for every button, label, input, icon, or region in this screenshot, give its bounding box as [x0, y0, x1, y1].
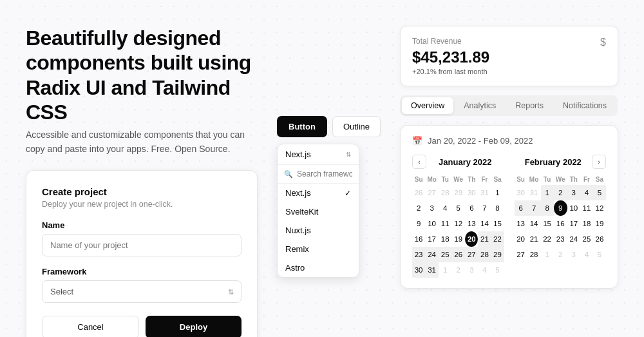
solid-button[interactable]: Button — [277, 116, 327, 137]
calendar-day[interactable]: 16 — [412, 231, 425, 247]
calendar-day[interactable]: 31 — [478, 185, 491, 200]
project-name-input[interactable] — [42, 234, 242, 256]
calendar-day[interactable]: 14 — [527, 216, 541, 231]
calendar-day[interactable]: 19 — [451, 231, 465, 247]
calendar-day[interactable]: 31 — [425, 262, 439, 278]
col-header-fr: Fr — [580, 174, 593, 185]
calendar-day[interactable]: 4 — [439, 200, 451, 216]
dropdown-item-remix[interactable]: Remix — [278, 240, 359, 258]
calendar-day[interactable]: 22 — [541, 231, 554, 247]
calendar-day[interactable]: 13 — [515, 216, 527, 231]
calendar-day[interactable]: 16 — [554, 216, 567, 231]
calendar-day[interactable]: 27 — [425, 185, 439, 200]
deploy-button[interactable]: Deploy — [146, 316, 242, 337]
calendar-day[interactable]: 12 — [451, 216, 465, 231]
calendar-day[interactable]: 6 — [515, 200, 527, 216]
calendar-day[interactable]: 17 — [567, 216, 580, 231]
framework-search-input[interactable] — [297, 169, 352, 178]
calendar-day[interactable]: 26 — [412, 185, 425, 200]
calendar-day[interactable]: 23 — [412, 247, 425, 262]
calendar-day[interactable]: 29 — [491, 247, 504, 262]
calendar-day[interactable]: 13 — [465, 216, 478, 231]
calendar-day[interactable]: 28 — [439, 185, 451, 200]
calendar-day[interactable]: 26 — [451, 247, 465, 262]
calendar-day[interactable]: 4 — [580, 185, 593, 200]
calendar-day[interactable]: 11 — [580, 200, 593, 216]
calendar-day[interactable]: 12 — [593, 200, 606, 216]
calendar-day[interactable]: 10 — [567, 200, 580, 216]
calendar-day[interactable]: 5 — [451, 200, 465, 216]
tab-reports[interactable]: Reports — [506, 97, 553, 114]
calendar-day[interactable]: 15 — [491, 216, 504, 231]
tab-overview[interactable]: Overview — [402, 97, 453, 114]
calendar-header-bar: 📅 Jan 20, 2022 - Feb 09, 2022 — [412, 136, 606, 146]
calendar-day[interactable]: 28 — [527, 247, 541, 262]
next-month-button[interactable]: › — [592, 155, 606, 169]
calendar-day[interactable]: 30 — [515, 185, 527, 200]
name-label: Name — [42, 220, 242, 230]
calendar-day[interactable]: 9 — [554, 200, 567, 216]
calendar-day[interactable]: 1 — [491, 185, 504, 200]
dropdown-item-nuxtjs[interactable]: Nuxt.js — [278, 221, 359, 240]
calendar-day[interactable]: 15 — [541, 216, 554, 231]
calendar-day[interactable]: 9 — [412, 216, 425, 231]
calendar-day[interactable]: 10 — [425, 216, 439, 231]
dropdown-item-astro[interactable]: Astro — [278, 258, 359, 277]
calendar-day[interactable]: 25 — [580, 231, 593, 247]
calendar-day[interactable]: 4 — [580, 247, 593, 262]
framework-label: Framework — [42, 267, 242, 276]
calendar-day[interactable]: 2 — [554, 185, 567, 200]
calendar-day[interactable]: 18 — [439, 231, 451, 247]
calendar-day[interactable]: 28 — [478, 247, 491, 262]
calendar-day[interactable]: 21 — [478, 231, 491, 247]
calendar-day[interactable]: 6 — [465, 200, 478, 216]
calendar-day[interactable]: 20 — [515, 231, 527, 247]
calendar-day[interactable]: 5 — [593, 185, 606, 200]
calendar-day[interactable]: 2 — [554, 247, 567, 262]
dropdown-trigger[interactable]: Next.js ⇅ — [278, 144, 359, 165]
calendar-day[interactable]: 3 — [567, 185, 580, 200]
calendar-day[interactable]: 23 — [554, 231, 567, 247]
calendar-day[interactable]: 29 — [451, 185, 465, 200]
calendar-day[interactable]: 11 — [439, 216, 451, 231]
calendar-day[interactable]: 27 — [465, 247, 478, 262]
cancel-button[interactable]: Cancel — [42, 316, 139, 337]
calendar-day[interactable]: 1 — [439, 262, 451, 278]
calendar-day[interactable]: 17 — [425, 231, 439, 247]
calendar-day[interactable]: 22 — [491, 231, 504, 247]
calendar-day[interactable]: 1 — [541, 247, 554, 262]
calendar-day[interactable]: 20 — [465, 231, 478, 247]
calendar-day[interactable]: 26 — [593, 231, 606, 247]
framework-select[interactable]: Select Next.js SvelteKit Nuxt.js Remix A… — [42, 280, 242, 303]
calendar-day[interactable]: 14 — [478, 216, 491, 231]
calendar-day[interactable]: 27 — [515, 247, 527, 262]
calendar-day[interactable]: 1 — [541, 185, 554, 200]
calendar-day[interactable]: 8 — [491, 200, 504, 216]
calendar-day[interactable]: 7 — [478, 200, 491, 216]
calendar-day[interactable]: 30 — [465, 185, 478, 200]
prev-month-button[interactable]: ‹ — [412, 155, 426, 169]
dropdown-item-nextjs[interactable]: Next.js ✓ — [278, 184, 359, 202]
calendar-day[interactable]: 2 — [412, 200, 425, 216]
calendar-day[interactable]: 5 — [491, 262, 504, 278]
calendar-day[interactable]: 2 — [451, 262, 465, 278]
calendar-day[interactable]: 31 — [527, 185, 541, 200]
calendar-day[interactable]: 4 — [478, 262, 491, 278]
tab-notifications[interactable]: Notifications — [554, 97, 616, 114]
tab-analytics[interactable]: Analytics — [455, 97, 505, 114]
calendar-day[interactable]: 24 — [425, 247, 439, 262]
calendar-day[interactable]: 21 — [527, 231, 541, 247]
calendar-day[interactable]: 3 — [567, 247, 580, 262]
calendar-day[interactable]: 25 — [439, 247, 451, 262]
calendar-day[interactable]: 19 — [593, 216, 606, 231]
calendar-day[interactable]: 3 — [465, 262, 478, 278]
outline-button[interactable]: Outline — [332, 116, 381, 137]
calendar-day[interactable]: 3 — [425, 200, 439, 216]
calendar-day[interactable]: 30 — [412, 262, 425, 278]
calendar-day[interactable]: 24 — [567, 231, 580, 247]
calendar-day[interactable]: 8 — [541, 200, 554, 216]
dropdown-item-sveltekit[interactable]: SvelteKit — [278, 202, 359, 221]
calendar-day[interactable]: 18 — [580, 216, 593, 231]
calendar-day[interactable]: 5 — [593, 247, 606, 262]
calendar-day[interactable]: 7 — [527, 200, 541, 216]
